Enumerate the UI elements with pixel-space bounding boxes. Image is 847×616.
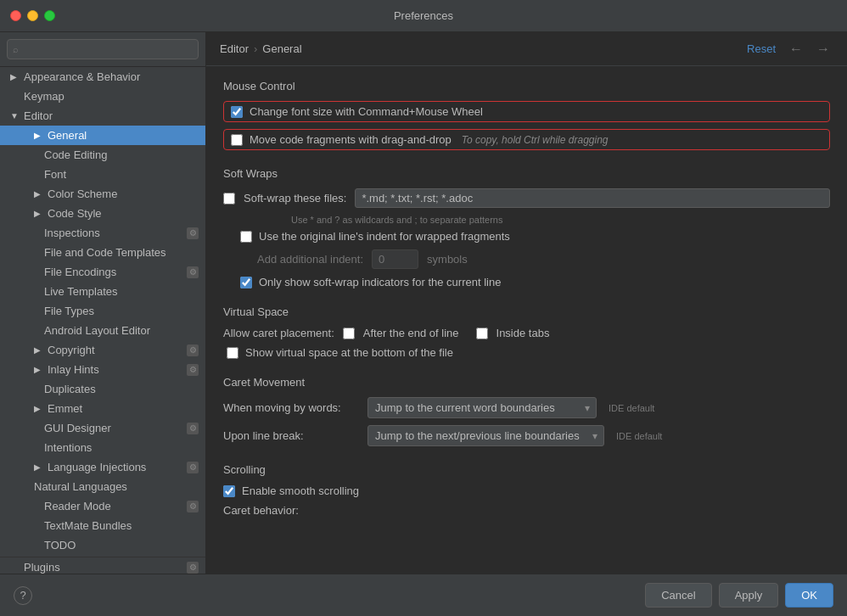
sidebar-item-file-encodings[interactable]: File Encodings ⚙ [0, 262, 205, 282]
sidebar-item-duplicates[interactable]: Duplicates [0, 379, 205, 399]
soft-wrap-files-checkbox[interactable] [223, 193, 235, 204]
sidebar-item-inspections[interactable]: Inspections ⚙ [0, 223, 205, 243]
sidebar-item-label: Font [44, 168, 66, 181]
search-input[interactable] [7, 39, 199, 59]
sidebar-item-label: GUI Designer [44, 422, 111, 434]
show-virtual-space-checkbox[interactable] [227, 347, 238, 359]
sidebar-item-font[interactable]: Font [0, 165, 205, 184]
settings-badge: ⚙ [187, 344, 199, 356]
soft-wrap-files-input[interactable] [355, 188, 830, 208]
scrolling-section: Scrolling Enable smooth scrolling Caret … [223, 463, 830, 517]
sidebar-item-label: Copyright [48, 344, 95, 356]
chevron-icon: ▶ [34, 404, 44, 413]
sidebar-item-code-editing[interactable]: Code Editing [0, 145, 205, 165]
moving-by-words-select[interactable]: Jump to the current word boundaries Jump… [367, 397, 597, 418]
sidebar-item-appearance[interactable]: ▶ Appearance & Behavior [0, 67, 205, 87]
sidebar-item-todo[interactable]: TODO [0, 535, 205, 555]
inside-tabs-label[interactable]: Inside tabs [496, 327, 550, 339]
sidebar-item-language-injections[interactable]: ▶ Language Injections ⚙ [0, 457, 205, 477]
sidebar-item-keymap[interactable]: Keymap [0, 87, 205, 106]
sidebar-item-editor[interactable]: ▼ Editor [0, 106, 205, 126]
inside-tabs-checkbox[interactable] [476, 328, 488, 339]
sidebar-item-copyright[interactable]: ▶ Copyright ⚙ [0, 340, 205, 360]
upon-line-break-select-wrapper: Jump to the next/previous line boundarie… [367, 425, 604, 446]
move-code-fragments-label[interactable]: Move code fragments with drag-and-drop [250, 133, 452, 146]
smooth-scrolling-checkbox[interactable] [223, 485, 235, 497]
cancel-button[interactable]: Cancel [645, 583, 711, 608]
help-button[interactable]: ? [14, 586, 32, 605]
breadcrumb: Editor › General [220, 42, 302, 55]
change-font-size-label[interactable]: Change font size with Command+Mouse Whee… [250, 105, 483, 118]
moving-by-words-select-wrapper: Jump to the current word boundaries Jump… [367, 397, 597, 418]
sidebar-item-general[interactable]: ▶ General [0, 126, 205, 145]
sidebar-item-label: General [48, 129, 87, 142]
smooth-scrolling-row: Enable smooth scrolling [223, 484, 830, 497]
sidebar-item-label: Plugins [24, 561, 60, 574]
chevron-icon: ▶ [34, 209, 44, 218]
use-original-indent-label[interactable]: Use the original line's indent for wrapp… [259, 230, 510, 243]
sidebar-item-gui-designer[interactable]: GUI Designer ⚙ [0, 418, 205, 438]
forward-button[interactable]: → [813, 42, 833, 56]
settings-badge: ⚙ [187, 364, 199, 376]
apply-button[interactable]: Apply [719, 583, 779, 608]
show-indicators-checkbox[interactable] [240, 277, 252, 288]
sidebar-item-label: Intentions [44, 441, 92, 454]
soft-wrap-files-label[interactable]: Soft-wrap these files: [244, 192, 346, 204]
upon-line-break-select[interactable]: Jump to the next/previous line boundarie… [367, 425, 604, 446]
allow-caret-row: Allow caret placement: After the end of … [223, 327, 830, 339]
smooth-scrolling-label[interactable]: Enable smooth scrolling [242, 484, 359, 497]
sidebar-item-label: Keymap [24, 90, 65, 103]
move-code-fragments-checkbox[interactable] [231, 134, 243, 146]
sidebar-item-intentions[interactable]: Intentions [0, 438, 205, 457]
virtual-space-section: Virtual Space Allow caret placement: Aft… [223, 305, 830, 359]
breadcrumb-separator: › [254, 42, 257, 55]
sidebar-item-emmet[interactable]: ▶ Emmet [0, 399, 205, 418]
ok-button[interactable]: OK [785, 583, 833, 608]
soft-wraps-section: Soft Wraps Soft-wrap these files: Use * … [223, 167, 830, 288]
settings-badge: ⚙ [187, 227, 199, 239]
sidebar-item-file-code-templates[interactable]: File and Code Templates [0, 243, 205, 262]
after-end-of-line-label[interactable]: After the end of line [363, 327, 459, 339]
change-font-size-checkbox[interactable] [231, 106, 243, 118]
sidebar-item-natural-languages[interactable]: Natural Languages [0, 477, 205, 496]
sidebar-item-file-types[interactable]: File Types [0, 301, 205, 321]
settings-badge: ⚙ [187, 462, 199, 473]
sidebar-item-plugins[interactable]: Plugins ⚙ [0, 557, 205, 574]
sidebar-item-label: Inlay Hints [48, 363, 99, 376]
chevron-icon: ▶ [34, 189, 44, 199]
title-bar: Preferences [0, 0, 847, 32]
add-indent-label: Add additional indent: [257, 253, 363, 266]
show-indicators-label[interactable]: Only show soft-wrap indicators for the c… [259, 276, 501, 288]
maximize-button[interactable] [44, 10, 55, 21]
search-wrapper: ⌕ [7, 39, 199, 59]
sidebar-item-reader-mode[interactable]: Reader Mode ⚙ [0, 496, 205, 516]
chevron-icon: ▶ [34, 131, 44, 140]
settings-badge: ⚙ [187, 423, 199, 434]
settings-badge: ⚙ [187, 562, 199, 574]
sidebar-item-inlay-hints[interactable]: ▶ Inlay Hints ⚙ [0, 360, 205, 379]
sidebar-item-label: Reader Mode [44, 500, 111, 512]
move-code-hint: To copy, hold Ctrl while dragging [462, 134, 609, 146]
sidebar-item-android-layout-editor[interactable]: Android Layout Editor [0, 321, 205, 340]
minimize-button[interactable] [27, 10, 38, 21]
add-indent-input[interactable] [372, 249, 418, 269]
reset-button[interactable]: Reset [743, 41, 779, 57]
use-original-indent-checkbox[interactable] [240, 231, 252, 243]
back-button[interactable]: ← [786, 42, 806, 56]
show-virtual-space-label[interactable]: Show virtual space at the bottom of the … [245, 346, 453, 359]
after-end-of-line-checkbox[interactable] [343, 328, 355, 339]
sidebar-item-label: Android Layout Editor [44, 324, 150, 337]
footer-right: Cancel Apply OK [645, 583, 833, 608]
moving-by-words-label: When moving by words: [223, 401, 359, 414]
show-indicators-row: Only show soft-wrap indicators for the c… [240, 276, 830, 288]
sidebar-item-label: File Types [44, 305, 94, 317]
sidebar-item-label: TextMate Bundles [44, 519, 132, 532]
sidebar-item-label: Appearance & Behavior [24, 70, 140, 83]
caret-movement-section: Caret Movement When moving by words: Jum… [223, 376, 830, 446]
sidebar-item-textmate-bundles[interactable]: TextMate Bundles [0, 516, 205, 535]
sidebar-item-live-templates[interactable]: Live Templates [0, 282, 205, 301]
sidebar-item-code-style[interactable]: ▶ Code Style [0, 204, 205, 223]
search-box: ⌕ [0, 32, 205, 67]
close-button[interactable] [10, 10, 21, 21]
sidebar-item-color-scheme[interactable]: ▶ Color Scheme [0, 184, 205, 204]
